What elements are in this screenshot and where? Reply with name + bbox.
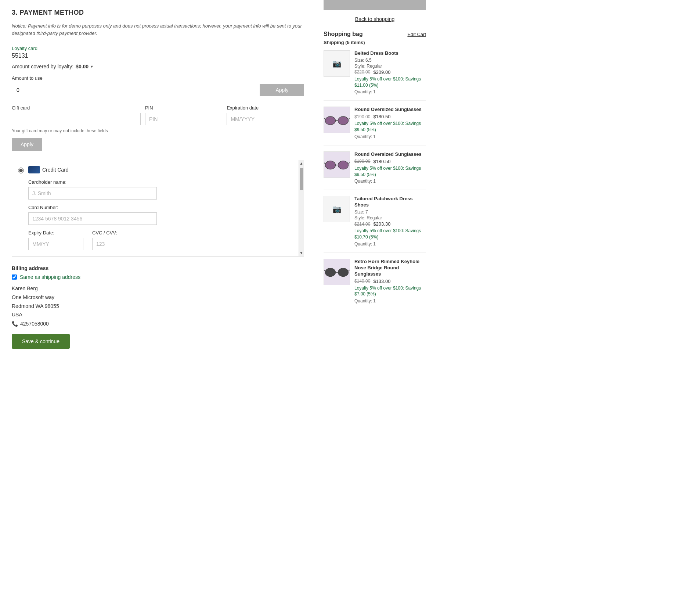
svg-line-4 xyxy=(349,118,350,119)
cart-item: 📷 Belted Dress Boots Size: 6.5Style: Reg… xyxy=(324,50,426,101)
item-name: Round Oversized Sunglasses xyxy=(354,151,426,158)
loyalty-amount: Amount covered by loyalty: $0.00 ▾ xyxy=(12,64,304,69)
billing-title: Billing address xyxy=(12,265,304,271)
billing-address: Karen Berg One Microsoft way Redmond WA … xyxy=(12,284,304,319)
section-title: 3. PAYMENT METHOD xyxy=(12,9,304,17)
sidebar: Back to shopping Shopping bag Edit Cart … xyxy=(316,0,433,614)
cvc-group: CVC / CVV: xyxy=(92,230,125,250)
expiry-date-input[interactable] xyxy=(28,238,83,250)
main-panel: 3. PAYMENT METHOD Notice: Payment info i… xyxy=(0,0,316,614)
item-quantity: Quantity: 1 xyxy=(354,298,426,304)
gift-card-number-field: Gift card xyxy=(12,105,141,125)
phone-icon: 📞 xyxy=(12,321,18,327)
image-placeholder-icon: 📷 xyxy=(332,205,342,213)
expiry-date-label: Expiry Date: xyxy=(28,230,83,236)
payment-methods-section: Credit Card Cardholder name: Card Number… xyxy=(12,160,304,256)
loyalty-savings: Loyalty 5% off over $100: Savings $9.50 … xyxy=(354,165,426,178)
amount-use-input[interactable] xyxy=(12,84,260,96)
item-quantity: Quantity: 1 xyxy=(354,134,426,139)
credit-card-radio[interactable] xyxy=(18,168,24,173)
scrollbar: ▲ ▼ xyxy=(299,160,304,256)
loyalty-apply-button[interactable]: Apply xyxy=(260,84,304,96)
item-details: Tailored Patchwork Dress Shoes Size: 7St… xyxy=(354,196,426,246)
price-row: $140.00 $133.00 xyxy=(354,279,426,284)
item-style: Style: Regular xyxy=(354,64,426,69)
phone-number: 4257058000 xyxy=(20,321,49,327)
card-number-label: Card Number: xyxy=(28,205,293,210)
item-details: Round Oversized Sunglasses $190.00 $180.… xyxy=(354,107,426,139)
cart-item: Retro Horn Rimmed Keyhole Nose Bridge Ro… xyxy=(324,259,426,309)
loyalty-savings: Loyalty 5% off over $100: Savings $11.00… xyxy=(354,76,426,89)
price-row: $214.00 $203.30 xyxy=(354,221,426,227)
gift-card-input[interactable] xyxy=(12,113,141,125)
price-original: $190.00 xyxy=(354,114,370,119)
scroll-up-arrow[interactable]: ▲ xyxy=(299,160,304,166)
price-original: $190.00 xyxy=(354,159,370,164)
gift-card-section: Gift card PIN Expiration date Your gift … xyxy=(12,105,304,151)
scroll-down-arrow[interactable]: ▼ xyxy=(299,250,304,256)
cart-item: Round Oversized Sunglasses $190.00 $180.… xyxy=(324,151,426,190)
svg-line-18 xyxy=(349,270,350,272)
item-quantity: Quantity: 1 xyxy=(354,89,426,94)
loyalty-card-label: Loyalty card xyxy=(12,46,304,51)
price-current: $180.50 xyxy=(373,159,390,164)
loyalty-number: 55131 xyxy=(12,53,304,59)
shopping-bag-header: Shopping bag Edit Cart xyxy=(324,31,426,37)
gift-card-label: Gift card xyxy=(12,105,141,111)
place-order-button[interactable] xyxy=(324,0,426,10)
scrollbar-thumb[interactable] xyxy=(300,168,303,190)
loyalty-savings: Loyalty 5% off over $100: Savings $9.50 … xyxy=(354,121,426,133)
payment-inner: Credit Card Cardholder name: Card Number… xyxy=(12,160,304,256)
phone-row: 📞 4257058000 xyxy=(12,321,304,327)
payment-scroll-container: Credit Card Cardholder name: Card Number… xyxy=(12,160,304,256)
loyalty-section: Loyalty card 55131 Amount covered by loy… xyxy=(12,46,304,96)
same-as-shipping-checkbox[interactable] xyxy=(12,274,17,280)
price-row: $220.00 $209.00 xyxy=(354,69,426,75)
price-row: $190.00 $180.50 xyxy=(354,114,426,119)
loyalty-amount-value: $0.00 xyxy=(76,64,89,69)
card-number-input[interactable] xyxy=(28,212,157,225)
chevron-down-icon[interactable]: ▾ xyxy=(91,64,93,69)
item-size: Size: 6.5 xyxy=(354,58,426,63)
item-image: 📷 xyxy=(324,50,350,77)
svg-line-3 xyxy=(324,118,325,119)
cvc-input[interactable] xyxy=(92,238,125,250)
amount-use-label: Amount to use xyxy=(12,75,304,81)
svg-line-17 xyxy=(324,270,325,272)
payment-method-label: Credit Card xyxy=(42,167,69,173)
expiry-input[interactable] xyxy=(227,113,304,125)
page-container: 3. PAYMENT METHOD Notice: Payment info i… xyxy=(0,0,700,614)
price-current: $180.50 xyxy=(373,114,390,119)
credit-card-form: Cardholder name: Card Number: Expiry Dat… xyxy=(12,179,299,256)
loyalty-savings: Loyalty 5% off over $100: Savings $7.00 … xyxy=(354,285,426,298)
credit-card-icon-group: Credit Card xyxy=(28,166,69,173)
cardholder-label: Cardholder name: xyxy=(28,179,293,185)
item-image xyxy=(324,259,350,285)
save-continue-button[interactable]: Save & continue xyxy=(12,334,70,349)
edit-cart-link[interactable]: Edit Cart xyxy=(407,32,426,37)
loyalty-amount-label: Amount covered by loyalty: xyxy=(12,64,73,69)
cart-item: 📷 Tailored Patchwork Dress Shoes Size: 7… xyxy=(324,196,426,252)
item-name: Retro Horn Rimmed Keyhole Nose Bridge Ro… xyxy=(354,259,426,277)
item-quantity: Quantity: 1 xyxy=(354,241,426,247)
price-original: $214.00 xyxy=(354,222,370,227)
loyalty-savings: Loyalty 5% off over $100: Savings $10.70… xyxy=(354,228,426,240)
cardholder-input[interactable] xyxy=(28,187,157,200)
gift-card-apply-button[interactable]: Apply xyxy=(12,138,42,151)
price-current: $209.00 xyxy=(373,69,390,75)
pin-input[interactable] xyxy=(145,113,223,125)
gift-card-row: Gift card PIN Expiration date xyxy=(12,105,304,125)
image-placeholder-icon: 📷 xyxy=(332,59,342,68)
billing-section: Billing address Same as shipping address… xyxy=(12,265,304,327)
item-name: Round Oversized Sunglasses xyxy=(354,107,426,113)
price-original: $220.00 xyxy=(354,69,370,75)
shipping-label: Shipping (5 items) xyxy=(324,40,426,45)
back-to-shopping-link[interactable]: Back to shopping xyxy=(324,16,426,22)
gift-card-pin-field: PIN xyxy=(145,105,223,125)
item-name: Belted Dress Boots xyxy=(354,50,426,57)
item-details: Retro Horn Rimmed Keyhole Nose Bridge Ro… xyxy=(354,259,426,304)
amount-row: Apply xyxy=(12,84,304,96)
expiry-group: Expiry Date: xyxy=(28,230,83,250)
billing-country: USA xyxy=(12,310,304,319)
expiry-label: Expiration date xyxy=(227,105,304,111)
